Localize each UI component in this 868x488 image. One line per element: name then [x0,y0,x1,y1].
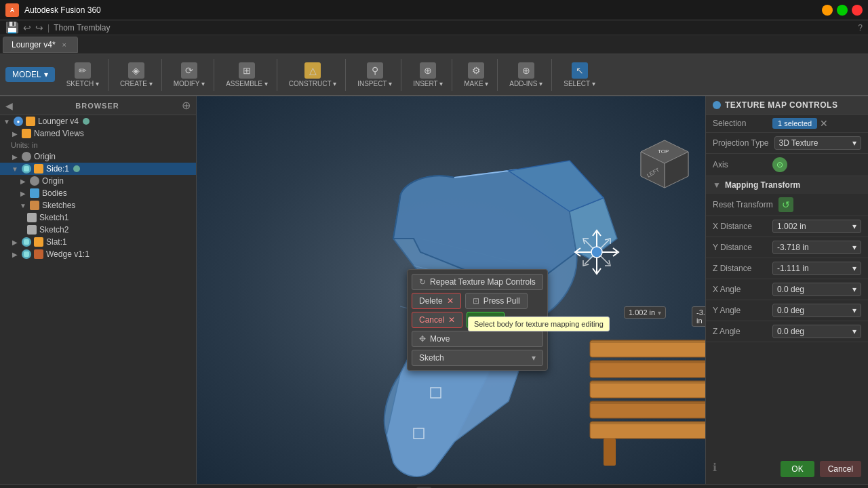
visibility-dot[interactable] [73,165,80,172]
folder-icon [22,129,31,138]
tree-item-wedge[interactable]: ▶ Wedge v1:1 [0,248,196,260]
inspect-icon: ⚲ [367,62,383,79]
model-dropdown-button[interactable]: MODEL ▾ [5,67,55,82]
svg-rect-10 [590,401,705,404]
addins-button[interactable]: ⊕ ADD-INS ▾ [505,59,547,91]
axis-indicator[interactable]: ⊙ [772,157,787,172]
maximize-button[interactable] [837,5,848,16]
move-button[interactable]: ✥ Move [412,331,543,347]
y-angle-field[interactable]: 0.0 deg ▾ [772,304,861,317]
tree-item-side1[interactable]: ▼ Side:1 [0,163,196,175]
visibility-dot[interactable] [83,118,90,125]
create-label: CREATE ▾ [120,80,153,87]
x-angle-value: 0.0 deg [777,285,804,294]
tab-label: Lounger v4* [12,40,56,49]
main-toolbar: MODEL ▾ ✏ SKETCH ▾ ◈ CREATE ▾ ⟳ MODIFY ▾… [0,54,868,96]
y-distance-field[interactable]: -3.718 in ▾ [772,241,861,254]
component-icon [22,237,31,247]
make-button[interactable]: ⚙ MAKE ▾ [459,59,493,91]
select-button[interactable]: ↖ SELECT ▾ [559,59,600,91]
tooltip-text: Select body for texture mapping editing [474,320,604,328]
panel-cancel-button[interactable]: Cancel [820,461,861,477]
component-icon: ● [14,117,23,126]
addins-label: ADD-INS ▾ [509,80,542,87]
browser-collapse-arrow[interactable]: ◀ [5,100,13,111]
delete-button[interactable]: Delete ✕ [412,293,461,309]
x-indicator-arrow: ▾ [658,309,661,317]
create-group: ◈ CREATE ▾ [111,59,162,91]
reset-transform-label: Reset Transform [713,200,773,209]
construct-icon: △ [304,62,321,79]
tree-item-root[interactable]: ▼ ● Lounger v4 [0,115,196,127]
app-title: Autodesk Fusion 360 [24,5,816,15]
close-button[interactable] [852,5,863,16]
redo-icon[interactable]: ↪ [35,22,43,33]
tree-item-units[interactable]: Units: in [0,140,196,150]
x-angle-field[interactable]: 0.0 deg ▾ [772,283,861,296]
tree-item-sketch2[interactable]: Sketch2 [0,224,196,236]
info-icon[interactable]: ℹ [713,461,717,477]
reset-transform-button[interactable]: ↺ [778,197,793,212]
sketch-icon: ✏ [75,62,91,79]
save-icon[interactable]: 💾 [5,21,19,34]
folder-icon [26,117,35,126]
minimize-button[interactable] [822,5,833,16]
panel-title: TEXTURE MAP CONTROLS [725,100,837,110]
selection-clear-button[interactable]: ✕ [820,118,828,129]
projection-label: Projection Type [713,138,769,148]
browser-settings-icon[interactable]: ⊕ [182,99,191,112]
z-distance-field[interactable]: -1.111 in ▾ [772,262,861,275]
assemble-button[interactable]: ⊞ ASSEMBLE ▾ [221,59,273,91]
press-pull-button[interactable]: ⊡ Press Pull [465,293,528,309]
y-distance-indicator: -3.718 in ▾ [692,306,705,327]
browser-title: BROWSER [75,102,119,110]
axis-icon: ⊙ [776,160,783,169]
inspect-button[interactable]: ⚲ INSPECT ▾ [353,59,397,91]
tab-close-button[interactable]: × [60,40,69,49]
tree-item-sketches[interactable]: ▼ Sketches [0,199,196,211]
insert-label: INSERT ▾ [413,80,443,87]
svg-point-12 [591,247,602,258]
move-label: Move [430,334,450,344]
y-angle-value: 0.0 deg [777,306,804,315]
side-origin-label: Origin [42,176,64,186]
z-angle-field[interactable]: 0.0 deg ▾ [772,325,861,338]
tree-item-bodies[interactable]: ▶ Bodies [0,187,196,199]
selection-row: Selection 1 selected ✕ [706,115,868,133]
mapping-section-header[interactable]: ▼ Mapping Transform [706,176,868,194]
select-label: SELECT ▾ [564,80,595,87]
undo-icon[interactable]: ↩ [23,22,31,33]
construct-button[interactable]: △ CONSTRUCT ▾ [284,59,341,91]
projection-select[interactable]: 3D Texture ▾ [774,136,862,150]
viewport[interactable]: 1.002 in ▾ -3.718 in ▾ -1.111 in ▾ LEF [197,96,705,484]
view-cube[interactable]: LEFT TOP [637,137,692,191]
tree-item-sketch1[interactable]: Sketch1 [0,211,196,224]
insert-button[interactable]: ⊕ INSERT ▾ [408,59,448,91]
sketch-label: Sketch [419,353,444,363]
press-pull-label: Press Pull [484,296,520,306]
modify-button[interactable]: ⟳ MODIFY ▾ [169,59,210,91]
sketch-label: SKETCH ▾ [66,80,99,87]
panel-ok-button[interactable]: OK [781,461,814,477]
press-pull-icon: ⊡ [473,296,479,306]
x-distance-field[interactable]: 1.002 in ▾ [772,220,861,233]
repeat-button[interactable]: ↻ Repeat Texture Map Controls [412,274,543,290]
expand-icon: ▼ [11,165,19,173]
model-chevron-icon: ▾ [44,70,48,79]
create-button[interactable]: ◈ CREATE ▾ [115,59,157,91]
tree-item-side-origin[interactable]: ▶ Origin [0,175,196,187]
y-distance-value: -3.718 in [777,243,809,252]
help-icon[interactable]: ? [858,23,863,33]
tree-item-origin[interactable]: ▶ Origin [0,150,196,163]
tree-item-named-views[interactable]: ▶ Named Views [0,127,196,140]
cancel-button[interactable]: Cancel ✕ [412,312,462,328]
z-distance-label: Z Distance [713,264,767,273]
main-tab[interactable]: Lounger v4* × [3,37,78,53]
sketch-button[interactable]: Sketch ▾ [412,350,543,366]
sketch-button[interactable]: ✏ SKETCH ▾ [62,59,104,91]
x-distance-label: X Distance [713,222,767,231]
section-collapse-icon: ▼ [713,180,721,190]
tree-item-slat1[interactable]: ▶ Slat:1 [0,236,196,248]
z-angle-row: Z Angle 0.0 deg ▾ [706,321,868,342]
named-views-label: Named Views [34,129,84,138]
